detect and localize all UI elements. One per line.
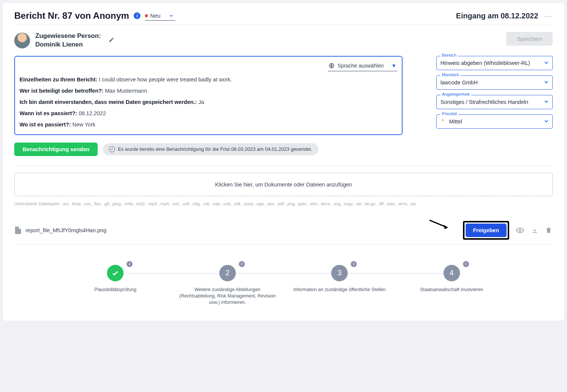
body-row: Sprache auswählen ▼ Einzelheiten zu Ihre… (14, 56, 553, 135)
step-circle: 4 (443, 265, 460, 281)
step-info-icon[interactable]: i (351, 261, 357, 267)
globe-icon (329, 63, 335, 69)
step-3[interactable]: i 3 Information an zuständige öffentlich… (284, 265, 396, 293)
step-circle-done (107, 265, 124, 281)
svg-line-1 (430, 220, 448, 228)
file-row: report_file_MhJfY0mgls4Han.png Freigeben (14, 215, 553, 245)
details-box: Sprache auswählen ▼ Einzelheiten zu Ihre… (14, 56, 403, 135)
step-2[interactable]: i 2 Weitere zuständige Abteilungen (Rech… (172, 265, 284, 306)
assigned-name: Dominik Lienen (35, 41, 83, 48)
assigned-row: Zugewiesene Person: Dominik Lienen Speic… (14, 32, 553, 49)
file-dropzone[interactable]: Klicken Sie hier, um Dokumente oder Date… (14, 173, 553, 196)
field-legend: Angelegenheit (440, 92, 471, 96)
step-label: Weitere zuständige Abteilungen (Rechtsab… (179, 287, 276, 306)
step-info-icon[interactable]: i (127, 261, 133, 267)
svg-point-3 (519, 229, 521, 231)
priority-up-icon: ⌃ (440, 119, 445, 125)
angelegenheit-select[interactable]: Angelegenheit Sonstiges / Strafrechtlich… (436, 95, 553, 109)
assigned-left: Zugewiesene Person: Dominik Lienen (14, 32, 115, 49)
download-icon[interactable] (531, 227, 538, 234)
chevron-down-icon (544, 99, 549, 105)
supported-filetypes: Unterstützte Dateitypen: .avi, .bmp, .cs… (14, 201, 553, 207)
side-fields: Bereich Hinweis abgeben (Whistleblower-R… (436, 56, 553, 129)
header-row: Bericht Nr. 87 von Anonym i Neu Eingang … (14, 11, 553, 21)
angelegenheit-value: Sonstiges / Strafrechtliches Handeln (440, 99, 528, 105)
notify-row: Benachrichtigung senden ✓ Es wurde berei… (14, 143, 553, 156)
process-steps: i Plausibilitätsprüfung i 2 Weitere zust… (14, 265, 553, 306)
mandant-value: lawcode GmbH (440, 80, 478, 86)
step-circle: 3 (331, 265, 348, 281)
step-info-icon[interactable]: i (239, 261, 245, 267)
notification-status-text: Es wurde bereits eine Benachrichtigung f… (118, 146, 312, 152)
received-date: Eingang am 08.12.2022 (456, 12, 538, 20)
arrow-annotation-icon (429, 217, 451, 232)
chevron-down-icon: ▼ (392, 64, 396, 68)
priority-value-wrap: ⌃ Mittel (440, 119, 462, 125)
status-dot-icon (145, 14, 148, 17)
annotation-highlight: Freigeben (463, 221, 509, 240)
notification-status-pill: ✓ Es wurde bereits eine Benachrichtigung… (103, 143, 318, 155)
step-circle: 2 (219, 265, 236, 281)
step-label: Information an zuständige öffentliche St… (291, 287, 388, 293)
detail-field: Ich bin damit einverstanden, dass meine … (20, 99, 397, 105)
svg-marker-2 (444, 225, 448, 229)
chevron-down-icon (544, 60, 549, 66)
bereich-value: Hinweis abgeben (Whistleblower-RL) (440, 60, 530, 66)
prioritaet-select[interactable]: Priorität ⌃ Mittel (436, 114, 553, 129)
chevron-down-icon (544, 80, 549, 86)
avatar (14, 33, 30, 48)
assigned-label: Zugewiesene Person: (35, 32, 101, 39)
file-actions: Freigeben (463, 221, 552, 240)
detail-field: Wann ist es passiert?: 08.12.2022 (20, 110, 397, 116)
language-label: Sprache auswählen (338, 63, 384, 69)
step-label: Staatsanwaltschaft involvieren (403, 287, 501, 293)
prioritaet-value: Mittel (449, 119, 462, 125)
step-1[interactable]: i Plausibilitätsprüfung (59, 265, 172, 293)
field-legend: Bereich (440, 53, 458, 57)
divider (14, 25, 553, 25)
language-select[interactable]: Sprache auswählen ▼ (328, 62, 397, 71)
release-button[interactable]: Freigeben (466, 224, 507, 237)
chevron-down-icon (544, 119, 549, 125)
status-select[interactable]: Neu (145, 11, 176, 21)
chevron-down-icon (169, 14, 173, 18)
mandant-select[interactable]: Mandant lawcode GmbH (436, 75, 553, 90)
header-right: Eingang am 08.12.2022 ··· (456, 12, 553, 20)
field-legend: Priorität (440, 111, 458, 116)
assigned-text: Zugewiesene Person: Dominik Lienen (35, 32, 101, 49)
language-row: Sprache auswählen ▼ (20, 62, 397, 71)
detail-field: Wo ist es passiert?: New York (20, 122, 397, 128)
preview-icon[interactable] (516, 226, 524, 234)
delete-icon[interactable] (545, 227, 552, 234)
detail-field: Wer ist beteiligt oder betroffen?: Max M… (20, 88, 397, 94)
info-icon[interactable]: i (134, 12, 140, 19)
send-notification-button[interactable]: Benachrichtigung senden (14, 143, 98, 156)
step-label: Plausibilitätsprüfung (66, 287, 164, 293)
header-left: Bericht Nr. 87 von Anonym i Neu (14, 11, 175, 21)
save-button: Speichern (506, 32, 553, 46)
more-menu-icon[interactable]: ··· (544, 13, 553, 18)
file-name: report_file_MhJfY0mgls4Han.png (26, 227, 106, 233)
field-legend: Mandant (440, 72, 460, 77)
check-circle-icon: ✓ (109, 146, 115, 152)
report-title: Bericht Nr. 87 von Anonym (14, 11, 129, 21)
file-left: report_file_MhJfY0mgls4Han.png (15, 227, 106, 234)
file-icon (15, 227, 21, 234)
edit-icon[interactable] (109, 37, 115, 44)
step-info-icon[interactable]: i (463, 261, 469, 267)
report-card: Bericht Nr. 87 von Anonym i Neu Eingang … (3, 3, 564, 321)
step-4[interactable]: i 4 Staatsanwaltschaft involvieren (396, 265, 508, 293)
divider (14, 166, 553, 166)
status-text: Neu (150, 12, 161, 19)
detail-field: Einzelheiten zu Ihrem Bericht: I could o… (20, 77, 397, 83)
bereich-select[interactable]: Bereich Hinweis abgeben (Whistleblower-R… (436, 56, 553, 70)
